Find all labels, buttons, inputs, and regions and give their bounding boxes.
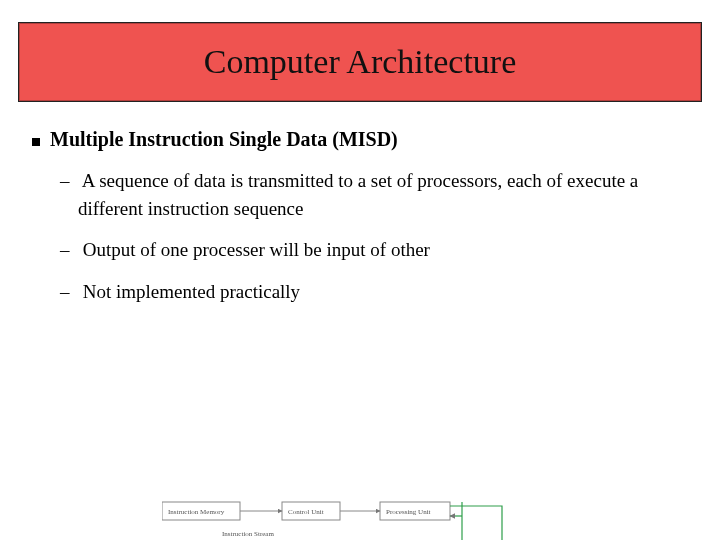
svg-text:Control Unit: Control Unit <box>288 508 324 516</box>
misd-diagram: .bx { fill:#fff; stroke:#888; stroke-wid… <box>162 496 642 540</box>
svg-text:Processing Unit: Processing Unit <box>386 508 431 516</box>
slide-title: Computer Architecture <box>204 43 517 81</box>
heading-bullet: Multiple Instruction Single Data (MISD) <box>32 128 688 151</box>
dash-icon: – <box>60 236 78 264</box>
sub-bullets: – A sequence of data is transmitted to a… <box>32 167 688 305</box>
sub-bullet-text: A sequence of data is transmitted to a s… <box>78 170 638 219</box>
sub-bullet: – Not implemented practically <box>78 278 688 306</box>
square-bullet-icon <box>32 138 40 146</box>
dash-icon: – <box>60 278 78 306</box>
sub-bullet-text: Output of one processer will be input of… <box>83 239 430 260</box>
dash-icon: – <box>60 167 78 195</box>
svg-text:Instruction Stream: Instruction Stream <box>222 530 274 538</box>
slide: Computer Architecture Multiple Instructi… <box>0 0 720 540</box>
slide-body: Multiple Instruction Single Data (MISD) … <box>32 128 688 319</box>
svg-text:Instruction Memory: Instruction Memory <box>168 508 225 516</box>
title-bar: Computer Architecture <box>18 22 702 102</box>
heading-text: Multiple Instruction Single Data (MISD) <box>50 128 398 151</box>
sub-bullet: – A sequence of data is transmitted to a… <box>78 167 688 222</box>
diagram-svg: .bx { fill:#fff; stroke:#888; stroke-wid… <box>162 496 642 540</box>
sub-bullet: – Output of one processer will be input … <box>78 236 688 264</box>
sub-bullet-text: Not implemented practically <box>83 281 300 302</box>
